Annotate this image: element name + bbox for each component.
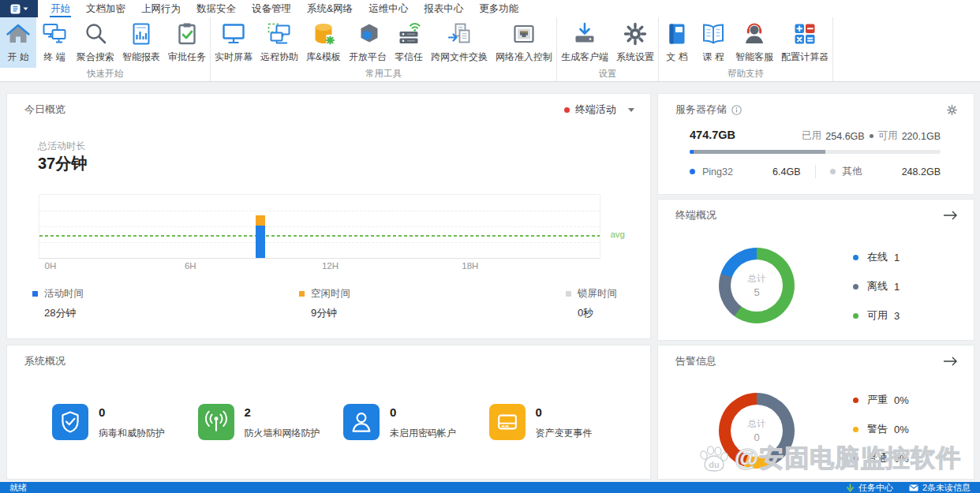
ribbon-item-label: 智能报表 — [122, 50, 160, 64]
exchange-icon — [447, 21, 472, 49]
ribbon-item-label: 开放平台 — [349, 50, 387, 64]
storage-item-label: 其他 — [843, 165, 862, 178]
activity-stacked-bar[interactable] — [256, 215, 265, 258]
cube-icon — [355, 21, 380, 49]
bar-segment-active — [256, 226, 265, 258]
gear-icon — [623, 21, 648, 49]
storage-total-value: 474.7GB — [690, 129, 735, 141]
ribbon-item-service[interactable]: 智能客服 — [731, 17, 777, 68]
legend-label: 严重 — [867, 393, 888, 407]
series-marker-dot — [564, 107, 570, 113]
ribbon-item-home[interactable]: 开 始 — [0, 17, 36, 68]
ribbon-item-label: 课 程 — [702, 50, 724, 64]
ribbon-group-3: 文 档课 程智能客服配置计算器帮助支持 — [659, 17, 833, 81]
ribbon-spacer — [833, 17, 980, 81]
legend-dot — [853, 284, 858, 289]
menu-tab-1[interactable]: 文档加密 — [78, 0, 133, 17]
system-stat-asset[interactable]: 0资产变更事件 — [489, 404, 635, 440]
status-bar: 就绪 任务中心 2条未读信息 — [0, 482, 980, 493]
menu-tab-0[interactable]: 开始 — [43, 0, 78, 17]
ribbon-item-clientgen[interactable]: 生成客户端 — [557, 17, 612, 68]
ribbon-item-gear[interactable]: 系统设置 — [612, 17, 658, 68]
system-stat-user[interactable]: 0未启用密码帐户 — [343, 404, 489, 440]
donut-center-value: 0 — [754, 431, 759, 443]
today-overview-card: 今日概览 终端活动 总活动时长 37分钟 avg 0H6H12H18H 活动时间… — [6, 93, 651, 339]
storage-progress-bar — [690, 150, 941, 154]
legend-label: 可用 — [867, 308, 888, 323]
legend-value: 3 — [894, 310, 900, 322]
terminal-activity-dropdown[interactable]: 终端活动 — [564, 103, 634, 117]
alerts-link[interactable] — [943, 357, 958, 366]
task-center-button[interactable]: 任务中心 — [846, 482, 893, 493]
ribbon-item-cube[interactable]: 开放平台 — [345, 17, 391, 68]
legend-dot — [853, 456, 858, 461]
arrow-right-icon — [943, 211, 958, 220]
alerts-donut-chart[interactable]: 总计 0 — [719, 393, 795, 469]
gear-icon — [946, 104, 958, 116]
total-activity-value: 37分钟 — [38, 153, 87, 174]
terminal-donut-chart[interactable]: 总计 5 — [719, 248, 795, 323]
ribbon-item-remote[interactable]: 远程协助 — [256, 17, 302, 68]
ribbon-item-zerotrust[interactable]: 零信任 — [391, 17, 427, 68]
ribbon-item-label: 文 档 — [666, 50, 687, 64]
donut-center-value: 5 — [754, 286, 759, 298]
legend-item-1: 离线1 — [853, 279, 900, 293]
menu-tab-4[interactable]: 设备管理 — [244, 0, 299, 17]
gridline — [39, 211, 600, 211]
legend-label: 警告 — [867, 422, 888, 436]
legend-item-2: 可用3 — [853, 308, 900, 323]
doc-icon — [664, 21, 690, 49]
ribbon-item-port[interactable]: 网络准入控制 — [492, 17, 556, 68]
remote-icon — [267, 21, 292, 49]
menu-tab-2[interactable]: 上网行为 — [133, 0, 189, 17]
legend-item-2: 普通0% — [853, 451, 909, 465]
menu-tabs: 开始文档加密上网行为数据安全设备管理系统&网络运维中心报表中心更多功能 — [43, 0, 526, 17]
x-axis-ticks: 0H6H12H18H — [39, 261, 600, 272]
ribbon-item-exchange[interactable]: 跨网文件交换 — [427, 17, 492, 68]
info-icon[interactable] — [731, 105, 742, 115]
zerotrust-icon — [396, 21, 421, 49]
storage-item-label: Ping32 — [702, 166, 733, 177]
legend-value: 1 — [894, 281, 900, 293]
download-arrow-icon — [846, 484, 855, 492]
ribbon-item-terminal[interactable]: 终 端 — [36, 17, 73, 68]
server-storage-title: 服务器存储 — [675, 103, 727, 117]
port-icon — [511, 21, 537, 49]
stat-label: 防火墙和网络防护 — [245, 427, 320, 440]
service-icon — [742, 21, 767, 49]
menu-tab-3[interactable]: 数据安全 — [189, 0, 244, 17]
terminal-overview-link[interactable] — [943, 211, 958, 220]
ribbon-item-report[interactable]: 智能报表 — [118, 17, 164, 68]
menu-tab-5[interactable]: 系统&网络 — [299, 0, 361, 17]
ribbon-item-search[interactable]: 聚合搜索 — [73, 17, 118, 68]
used-value: 254.6GB — [825, 131, 864, 142]
legend-item-1: 警告0% — [853, 422, 909, 436]
ribbon-item-doc[interactable]: 文 档 — [659, 17, 695, 68]
arrow-right-icon — [943, 357, 958, 366]
ribbon-item-approval[interactable]: 审批任务 — [164, 17, 210, 68]
storage-settings-button[interactable] — [946, 104, 958, 116]
ribbon-item-label: 实时屏幕 — [215, 50, 252, 64]
stat-label: 病毒和威胁防护 — [99, 427, 165, 440]
clientgen-icon — [572, 21, 597, 49]
ribbon-item-course[interactable]: 课 程 — [695, 17, 731, 68]
donut-center-label: 总计 — [748, 273, 766, 285]
terminal-overview-card: 终端概况 总计 5 在线1离线1可用3 — [657, 199, 974, 341]
system-stat-antenna[interactable]: 2防火墙和网络防护 — [198, 404, 344, 440]
storage-bar-segment — [825, 150, 941, 154]
x-tick-label: 12H — [322, 261, 339, 271]
legend-label: 活动时间 — [44, 287, 84, 301]
menu-tab-8[interactable]: 更多功能 — [471, 0, 526, 17]
system-stat-shield[interactable]: 0病毒和威胁防护 — [52, 404, 198, 440]
menu-tab-7[interactable]: 报表中心 — [416, 0, 471, 17]
ribbon-item-screen[interactable]: 实时屏幕 — [211, 17, 256, 68]
search-icon — [83, 21, 108, 49]
menu-tab-6[interactable]: 运维中心 — [361, 0, 416, 17]
unread-messages-button[interactable]: 2条未读信息 — [909, 482, 971, 493]
ribbon-group-0: 开 始终 端聚合搜索智能报表审批任务快速开始 — [0, 17, 211, 81]
app-menu-button[interactable] — [0, 0, 38, 17]
ribbon-item-calc[interactable]: 配置计算器 — [777, 17, 832, 68]
ribbon-item-database[interactable]: 库&模板 — [302, 17, 345, 68]
legend-item-0: 活动时间28分钟 — [32, 287, 84, 320]
storage-item-0: Ping326.4GB — [690, 165, 801, 178]
